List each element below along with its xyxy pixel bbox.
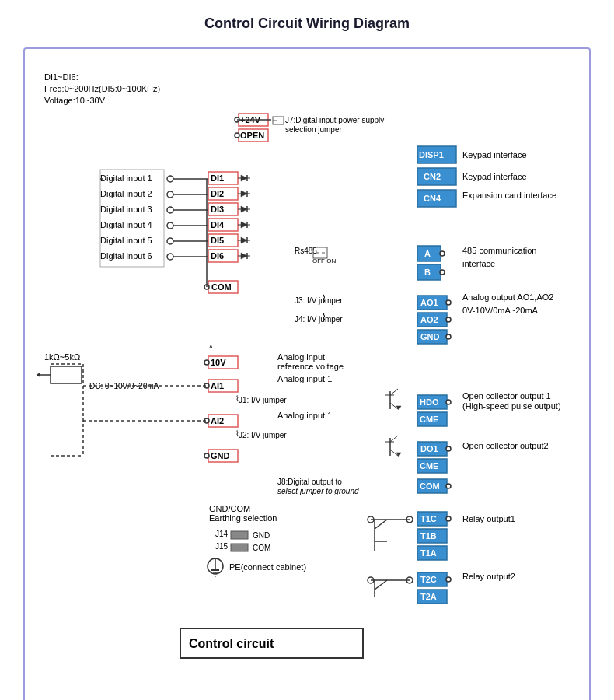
resistor-arrow-head — [37, 373, 40, 377]
open-dot — [235, 133, 239, 138]
ab-right-label2: interface — [462, 259, 495, 268]
j14-rect — [231, 531, 248, 539]
com2-dot — [446, 484, 451, 488]
t1a-label: T1A — [420, 548, 437, 558]
j1-icon: ⌇ — [235, 394, 239, 403]
j2-icon: ⌇ — [235, 429, 239, 438]
resistor-range: 1kΩ~5kΩ — [44, 352, 80, 362]
di2-circle — [167, 191, 173, 198]
transistor-hdo-emit — [390, 389, 398, 395]
di4-circle — [167, 222, 173, 229]
terminal-open-label: OPEN — [240, 131, 264, 140]
gnd-com-label1: GND/COM — [209, 504, 250, 513]
di-info-line2: Freq:0~200Hz(DI5:0~100KHz) — [44, 84, 160, 93]
disp1-right-label: Keypad interface — [462, 150, 527, 159]
ao1-label: AO1 — [420, 298, 438, 307]
di3-circle — [167, 207, 173, 213]
di5-terminal-label: DI5 — [211, 236, 224, 245]
b-label: B — [424, 268, 431, 277]
cn4-right-label1: Expansion card interface — [462, 191, 556, 200]
10v-arrow-up: ^ — [209, 345, 213, 353]
ao2-dot — [446, 317, 451, 322]
ai2-label: AI2 — [211, 416, 224, 425]
j15-rect — [231, 544, 248, 551]
j15-label: J15 — [215, 542, 229, 551]
analog-ref-label2: reference voltage — [277, 362, 344, 371]
j14-gnd-label: GND — [253, 531, 270, 540]
di1-terminal-label: DI1 — [211, 173, 224, 183]
diagram-outer: DI1~DI6: Freq:0~200Hz(DI5:0~100KHz) Volt… — [23, 47, 591, 700]
j3-icon: ⌇ — [322, 293, 326, 304]
a-dot — [440, 251, 445, 256]
ao1-dot — [446, 300, 451, 305]
resistor-symbol — [51, 366, 82, 383]
di4-terminal-label: DI4 — [211, 220, 225, 229]
di4-diode-tri — [241, 222, 247, 228]
j14-label: J14 — [215, 530, 229, 538]
ao-right-label1: Analog output AO1,AO2 — [462, 292, 553, 302]
gnd-com-label2: Earthing selection — [209, 513, 277, 523]
j7-label: J7:Digital input power supply — [285, 116, 384, 124]
di4-label: Digital input 4 — [100, 220, 152, 229]
cn2-label: CN2 — [424, 172, 441, 181]
t1c-label: T1C — [420, 514, 437, 523]
gnd1-dot — [446, 334, 451, 339]
page-container: Control Circuit Wiring Diagram DI1~DI6: … — [0, 0, 614, 700]
j1-label: J1: I/V jumper — [239, 396, 287, 404]
t1b-label: T1B — [420, 531, 437, 541]
rs485-off-on: OFF ON — [312, 257, 336, 264]
di2-label: Digital input 2 — [100, 189, 152, 198]
j8-label1: J8:Digital output to — [277, 478, 342, 486]
control-circuit-label: Control circuit — [189, 637, 274, 650]
do1-label: DO1 — [420, 444, 438, 453]
j3-label: J3: I/V jumper — [295, 296, 343, 305]
page-title: Control Circuit Wiring Diagram — [23, 16, 591, 32]
j15-com-label: COM — [253, 544, 270, 552]
t1c-dot — [446, 516, 451, 521]
di6-circle — [167, 254, 173, 260]
transistor-do1-emit — [390, 436, 398, 442]
di3-label: Digital input 3 — [100, 205, 152, 214]
10v-label: 10V — [211, 358, 226, 367]
hdo-dot — [446, 400, 451, 404]
di1-diode-tri — [241, 175, 247, 181]
hdo-right-label2: (High-speed pulse output) — [462, 401, 561, 411]
t2a-label: T2A — [420, 592, 437, 601]
di-info-line1: DI1~DI6: — [44, 72, 78, 82]
di3-diode-tri — [241, 206, 247, 212]
do1-right-label: Open collector output2 — [462, 441, 549, 450]
di5-diode-tri — [241, 237, 247, 243]
t1-right-label: Relay output1 — [462, 514, 515, 523]
main-diagram-svg: DI1~DI6: Freq:0~200Hz(DI5:0~100KHz) Volt… — [37, 61, 604, 698]
t2c-label: T2C — [420, 575, 437, 584]
hdo-right-label1: Open collector output 1 — [462, 391, 551, 401]
ao-right-label2: 0V-10V/0mA~20mA — [462, 306, 539, 315]
t2c-dot — [446, 577, 451, 582]
cme1-label: CME — [420, 415, 438, 424]
di2-diode-tri — [241, 191, 247, 197]
com-terminal-label: COM — [211, 282, 232, 292]
pe-label: PE(connect cabinet) — [229, 562, 306, 572]
j2-label: J2: I/V jumper — [239, 431, 287, 439]
ab-right-label1: 485 communication — [462, 246, 536, 255]
di6-terminal-label: DI6 — [211, 251, 224, 261]
gnd2-label: GND — [211, 451, 230, 460]
di1-label: Digital input 1 — [100, 173, 152, 183]
10v-dot — [204, 360, 209, 365]
rs485-label: Rs485 — [295, 247, 317, 255]
j8-label2: select jumper to ground — [277, 487, 359, 495]
gnd2-dot — [204, 453, 209, 458]
di-info-line3: Voltage:10~30V — [44, 96, 106, 105]
t2-right-label: Relay output2 — [462, 572, 515, 581]
ai1-right-label: Analog input 1 — [277, 374, 332, 383]
cme2-label: CME — [420, 461, 438, 471]
relay2-switch-line — [375, 580, 387, 590]
di5-circle — [167, 238, 173, 244]
di2-terminal-label: DI2 — [211, 189, 224, 198]
di5-label: Digital input 5 — [100, 236, 152, 245]
disp1-label: DISP1 — [419, 150, 444, 159]
j7-label2: selection jumper — [285, 125, 342, 134]
analog-ref-label1: Analog input — [277, 352, 325, 362]
com2-label: COM — [420, 481, 440, 491]
di3-terminal-label: DI3 — [211, 205, 224, 214]
